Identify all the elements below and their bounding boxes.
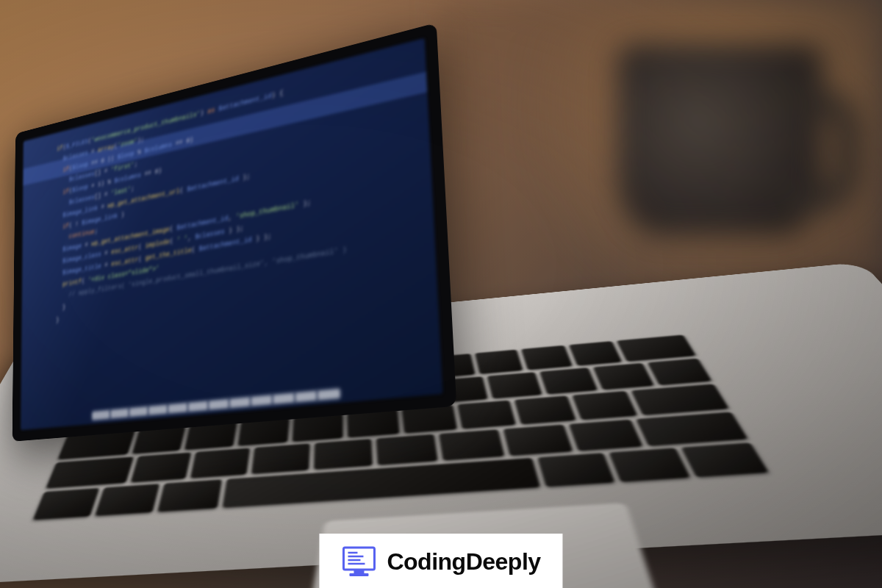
svg-rect-0 — [343, 548, 374, 570]
watermark-badge: CodingDeeply — [319, 534, 562, 588]
screen: if($_FILES('woocommerce_product_thumbnai… — [21, 38, 442, 430]
svg-rect-1 — [354, 570, 364, 573]
watermark-text: CodingDeeply — [387, 548, 540, 576]
screen-bezel: if($_FILES('woocommerce_product_thumbnai… — [12, 23, 457, 442]
laptop: if($_FILES('woocommerce_product_thumbnai… — [0, 54, 854, 588]
photo-background: if($_FILES('woocommerce_product_thumbnai… — [0, 0, 882, 588]
screen-glare — [21, 85, 251, 430]
svg-rect-2 — [349, 573, 368, 576]
monitor-code-icon — [341, 545, 376, 578]
laptop-screen-assembly: if($_FILES('woocommerce_product_thumbnai… — [12, 23, 457, 442]
